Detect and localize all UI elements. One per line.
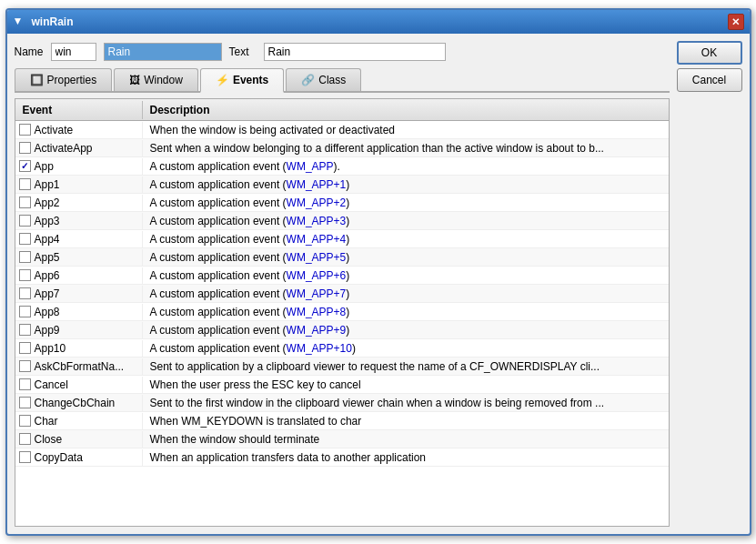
event-name-cell: App4 [15, 231, 143, 247]
event-link[interactable]: WM_APP [287, 160, 334, 173]
event-name-cell: Cancel [15, 377, 143, 393]
close-button[interactable]: ✕ [728, 14, 744, 30]
event-checkbox[interactable] [19, 287, 31, 299]
name-label: Name [15, 45, 44, 58]
event-desc-cell: A custom application event (WM_APP+8) [143, 304, 669, 320]
tab-properties-label: Properties [47, 74, 97, 86]
text-input[interactable] [264, 43, 446, 61]
title-text: winRain [32, 15, 74, 28]
win-field[interactable] [51, 43, 96, 61]
event-checkbox[interactable] [19, 433, 31, 445]
event-checkbox[interactable] [19, 160, 31, 172]
event-name-cell: AskCbFormatNa... [15, 358, 143, 375]
event-desc-cell: A custom application event (WM_APP+6) [143, 267, 669, 284]
table-row: App1 A custom application event (WM_APP+… [15, 176, 669, 194]
event-checkbox[interactable] [19, 178, 31, 190]
event-name: ChangeCbChain [35, 397, 116, 409]
table-row: App6 A custom application event (WM_APP+… [15, 267, 669, 285]
tab-window[interactable]: 🖼 Window [114, 68, 198, 91]
event-checkbox[interactable] [19, 142, 31, 154]
event-link[interactable]: WM_APP+3 [287, 215, 347, 227]
event-link[interactable]: WM_APP+10 [287, 342, 352, 355]
main-area: Name Text 🔲 Properties 🖼 Window ⚡ Events [7, 34, 677, 534]
table-row: ChangeCbChain Sent to the first window i… [15, 394, 669, 412]
title-bar: ▼ winRain ✕ [7, 10, 750, 34]
tab-window-label: Window [144, 74, 183, 86]
event-name-cell: CopyData [15, 449, 143, 466]
event-checkbox[interactable] [19, 324, 31, 336]
event-name-cell: App10 [15, 340, 143, 357]
event-checkbox[interactable] [19, 451, 31, 463]
event-name-cell: App3 [15, 213, 143, 229]
event-link[interactable]: WM_APP+8 [287, 306, 347, 318]
event-link[interactable]: WM_APP+1 [287, 178, 347, 191]
tab-events[interactable]: ⚡ Events [200, 68, 284, 93]
event-name-cell: App6 [15, 267, 143, 284]
event-link[interactable]: WM_APP+2 [287, 196, 347, 209]
event-name: App2 [35, 196, 60, 209]
event-checkbox[interactable] [19, 196, 31, 208]
event-desc-cell: A custom application event (WM_APP+9) [143, 322, 669, 338]
events-table: Event Description Activate When the wind… [15, 98, 670, 527]
event-link[interactable]: WM_APP+5 [287, 251, 347, 264]
event-checkbox[interactable] [19, 415, 31, 427]
table-row: App A custom application event (WM_APP). [15, 157, 669, 176]
event-name: App9 [35, 324, 60, 337]
event-checkbox[interactable] [19, 215, 31, 227]
sidebar-buttons: OK Cancel [677, 34, 750, 534]
ok-button[interactable]: OK [677, 41, 742, 65]
event-link[interactable]: WM_APP+6 [287, 269, 347, 282]
event-name: App3 [35, 215, 60, 227]
event-checkbox[interactable] [19, 342, 31, 354]
col-desc-header: Description [143, 101, 669, 119]
event-name-cell: Char [15, 413, 143, 429]
event-name: App4 [35, 233, 60, 246]
event-name: CopyData [35, 451, 83, 464]
table-row: ActivateApp Sent when a window belonging… [15, 139, 669, 157]
event-checkbox[interactable] [19, 269, 31, 281]
event-name-cell: App [15, 158, 143, 175]
event-name-cell: App1 [15, 176, 143, 193]
table-row: App7 A custom application event (WM_APP+… [15, 285, 669, 303]
event-name: App10 [35, 342, 66, 355]
event-checkbox[interactable] [19, 306, 31, 317]
table-row: App5 A custom application event (WM_APP+… [15, 248, 669, 267]
event-name: App7 [35, 287, 60, 300]
properties-icon: 🔲 [30, 74, 44, 86]
event-name-cell: ChangeCbChain [15, 395, 143, 411]
table-row: App2 A custom application event (WM_APP+… [15, 194, 669, 212]
event-link[interactable]: WM_APP+9 [287, 324, 347, 337]
cancel-button[interactable]: Cancel [677, 68, 742, 92]
name-row: Name Text [15, 41, 670, 63]
table-row: Cancel When the user press the ESC key t… [15, 376, 669, 394]
event-checkbox[interactable] [19, 378, 31, 390]
tab-class-label: Class [318, 74, 346, 86]
tab-class[interactable]: 🔗 Class [286, 68, 361, 91]
dialog-window: ▼ winRain ✕ Name Text 🔲 Properties 🖼 W [5, 8, 751, 536]
events-icon: ⚡ [216, 74, 229, 86]
event-link[interactable]: WM_APP+4 [287, 233, 347, 246]
text-label: Text [229, 45, 257, 58]
event-desc-cell: A custom application event (WM_APP+4) [143, 231, 669, 247]
table-row: AskCbFormatNa... Sent to application by … [15, 358, 669, 376]
table-row: Activate When the window is being activa… [15, 121, 669, 139]
event-name-cell: App9 [15, 322, 143, 338]
event-name-cell: App8 [15, 304, 143, 320]
event-checkbox[interactable] [19, 124, 31, 136]
event-checkbox[interactable] [19, 233, 31, 245]
event-link[interactable]: WM_APP+7 [287, 287, 347, 300]
event-desc-cell: A custom application event (WM_APP+3) [143, 213, 669, 229]
tab-events-label: Events [233, 74, 268, 86]
event-checkbox[interactable] [19, 397, 31, 408]
table-body: Activate When the window is being activa… [15, 121, 669, 526]
name-input[interactable] [104, 43, 222, 61]
event-checkbox[interactable] [19, 251, 31, 263]
event-checkbox[interactable] [19, 360, 31, 372]
table-row: Close When the window should terminate [15, 430, 669, 448]
table-row: Char When WM_KEYDOWN is translated to ch… [15, 412, 669, 430]
tab-properties[interactable]: 🔲 Properties [15, 68, 113, 91]
event-desc-cell: A custom application event (WM_APP). [143, 158, 669, 175]
event-name-cell: Activate [15, 122, 143, 138]
event-name-cell: App5 [15, 249, 143, 266]
tab-bar: 🔲 Properties 🖼 Window ⚡ Events 🔗 Class [15, 68, 670, 93]
